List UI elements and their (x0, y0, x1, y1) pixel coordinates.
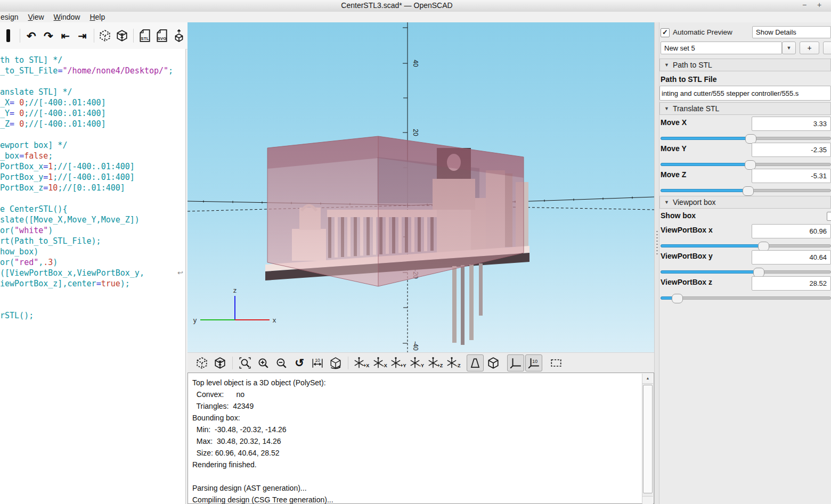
orthogonal-button[interactable] (485, 354, 502, 371)
console-line: Rendering finished. (192, 459, 640, 470)
svg-text:20: 20 (412, 129, 419, 136)
zoom-all-button[interactable] (237, 354, 254, 371)
console-line: Triangles: 42349 (192, 400, 640, 412)
slider-fill (661, 163, 750, 166)
section-viewport-box[interactable]: ▼ Viewport box (659, 196, 831, 209)
perspective-button[interactable] (467, 354, 484, 371)
param-slider[interactable] (661, 267, 831, 277)
param-value-box[interactable]: 3.33 (752, 117, 831, 131)
code-line (0, 129, 185, 140)
code-line: PortBox_y=1;//[-400:.01:400] (0, 172, 185, 183)
editor-toolbar: ↶↷⇤⇥STLSVG (0, 22, 188, 49)
panel-splitter[interactable] (654, 22, 659, 504)
path-input[interactable]: inting and cutter/555 stepper controller… (659, 86, 831, 101)
param-label: Move Z (661, 170, 686, 179)
svg-text:10: 10 (315, 357, 320, 362)
export-svg-button[interactable]: SVG (154, 27, 170, 44)
param-value-box[interactable]: -5.31 (752, 169, 831, 183)
export-stl-button[interactable]: STL (137, 27, 153, 44)
menu-esign[interactable]: esign (0, 12, 23, 22)
code-text: th to STL] */_to_STL_File="/home/none4/D… (0, 49, 185, 321)
view-plus-y-button[interactable]: +Y (389, 354, 406, 371)
slider-fill (661, 270, 759, 274)
collapse-icon: ▼ (664, 200, 669, 205)
svg-text:-40: -40 (412, 341, 419, 351)
show-scale-markers-button[interactable]: 10 (525, 354, 542, 371)
title-bar: CenterSTL3.scad* — OpenSCAD − + (0, 0, 831, 12)
zoom-in-button[interactable] (255, 354, 272, 371)
section-translate-stl[interactable]: ▼ Translate STL (659, 102, 831, 115)
code-editor[interactable]: th to STL] */_to_STL_File="/home/none4/D… (0, 49, 186, 504)
console-scrollbar[interactable]: ▲ (642, 374, 653, 503)
axis-sub-label: -X (382, 363, 387, 368)
show-box-checkbox[interactable] (827, 212, 831, 221)
undo-button[interactable]: ↶ (23, 27, 39, 44)
reset-view-button[interactable]: ↺ (291, 354, 308, 371)
slider-fill (661, 244, 763, 247)
preview-button[interactable] (193, 354, 210, 371)
console-panel: Top level object is a 3D object (PolySet… (188, 373, 654, 504)
render-button[interactable] (114, 27, 130, 44)
param-value-box[interactable]: -2.35 (752, 143, 831, 157)
scroll-down-button[interactable] (642, 496, 653, 504)
unindent-button[interactable]: ⇤ (58, 27, 74, 44)
svg-text:STL: STL (141, 36, 149, 41)
menu-view[interactable]: View (23, 12, 48, 22)
code-line: rt(Path_to_STL_File); (0, 236, 185, 246)
scroll-up-icon[interactable]: ▲ (642, 374, 653, 384)
preset-dropdown-button[interactable]: ▼ (782, 42, 796, 54)
redo-button[interactable]: ↷ (40, 27, 56, 44)
slider-handle[interactable] (672, 294, 683, 303)
param-value-box[interactable]: 40.64 (752, 250, 831, 265)
automatic-preview-checkbox[interactable]: ✓ (661, 28, 670, 37)
param-slider[interactable] (661, 293, 831, 303)
add-preset-button[interactable]: + (800, 42, 819, 54)
console-line: Parsing design (AST generation)... (192, 482, 640, 494)
console-line: Convex: no (192, 389, 640, 400)
render-button[interactable] (211, 354, 229, 371)
view-minus-z-button[interactable]: -Z (444, 354, 461, 371)
view-plus-x-button[interactable]: +X (352, 354, 370, 371)
file-partial-button[interactable] (1, 27, 17, 44)
param-value-box[interactable]: 60.96 (752, 224, 831, 238)
param-slider[interactable] (661, 241, 831, 251)
maximize-button[interactable]: + (814, 1, 825, 10)
code-line: th to STL] */ (0, 55, 185, 65)
openscad-window: CenterSTL3.scad* — OpenSCAD − + esignVie… (0, 0, 831, 504)
preset-combobox[interactable]: New set 5 (661, 42, 782, 54)
console-line: Bounding box: (192, 412, 640, 424)
render-icon (214, 357, 226, 369)
code-line: ([ViewPortBox_x,ViewPortBox_y,↩ (0, 268, 185, 278)
zoom-out-button[interactable] (273, 354, 290, 371)
param-slider[interactable] (661, 134, 831, 143)
param-label: Move Y (661, 144, 687, 153)
show-axes-button[interactable] (507, 354, 524, 371)
param-slider[interactable] (661, 160, 831, 169)
menu-window[interactable]: Window (49, 12, 85, 22)
view-plus-z-button[interactable]: +Z (426, 354, 444, 371)
indent-button[interactable]: ⇥ (75, 27, 91, 44)
export-3d-button[interactable] (171, 27, 187, 44)
slider-handle[interactable] (743, 186, 754, 196)
section-path-to-stl[interactable]: ▼ Path to STL (659, 59, 831, 71)
show-crosshairs-button[interactable] (548, 354, 565, 371)
scrollbar-thumb[interactable] (643, 385, 653, 493)
menu-help[interactable]: Help (85, 12, 110, 22)
console-line: Top level object is a 3D object (PolySet… (192, 377, 640, 389)
export-svg-icon: SVG (156, 29, 168, 43)
minimize-button[interactable]: − (799, 1, 810, 10)
details-dropdown[interactable]: Show Details (752, 26, 831, 38)
view-minus-x-button[interactable]: -X (371, 354, 388, 371)
separator (232, 357, 233, 369)
view-all-button[interactable]: 10 (309, 354, 326, 371)
remove-preset-button[interactable] (823, 42, 831, 54)
view-minus-y-button[interactable]: -Y (408, 354, 425, 371)
preview-button[interactable] (97, 27, 113, 44)
param-slider[interactable] (661, 186, 831, 195)
3d-viewport[interactable]: 40 20 -20 -40 (188, 22, 654, 352)
perspective-icon (469, 357, 482, 369)
rotate-view-button[interactable] (327, 354, 344, 371)
separator (94, 29, 94, 43)
param-value-box[interactable]: 28.52 (752, 276, 831, 291)
menu-bar: esignViewWindowHelp (0, 12, 831, 22)
